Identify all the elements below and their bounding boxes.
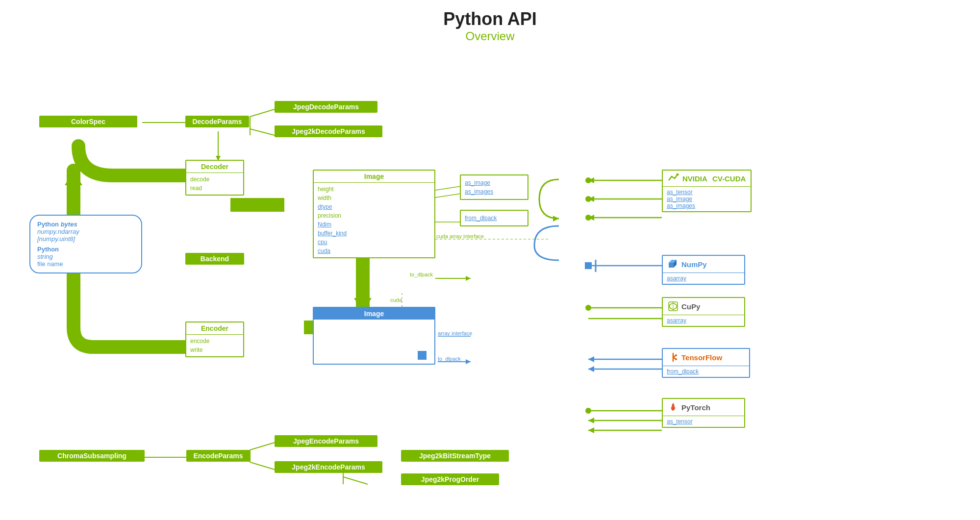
to-dlpack-blue-label: to_dlpack — [438, 356, 461, 362]
cupy-asarray[interactable]: asarray — [667, 317, 740, 324]
jpeg2kBitStreamType-box: Jpeg2kBitStreamType — [401, 450, 509, 462]
decoder-box: Decoder decode read — [185, 160, 244, 196]
as-image-link[interactable]: as_image — [465, 178, 524, 187]
image-blue-box: Image — [313, 307, 435, 365]
svg-marker-47 — [588, 418, 594, 423]
cuda-label: cuda — [390, 297, 402, 303]
nvidia-astensor[interactable]: as_tensor — [667, 189, 747, 196]
svg-line-18 — [250, 443, 275, 450]
svg-marker-41 — [588, 356, 594, 362]
svg-point-29 — [585, 215, 591, 221]
from-dlpack-link[interactable]: from_dlpack — [465, 214, 524, 223]
svg-rect-34 — [585, 262, 592, 269]
svg-point-37 — [585, 305, 591, 311]
svg-rect-55 — [669, 263, 674, 268]
encoder-method-write[interactable]: write — [190, 346, 239, 354]
svg-marker-48 — [588, 427, 594, 433]
img-cuda[interactable]: cuda — [318, 247, 430, 255]
decodeparams-box: DecodeParams — [185, 116, 249, 127]
nvidia-methods: as_tensor as_image as_images — [663, 187, 751, 211]
svg-marker-50 — [65, 171, 82, 185]
svg-point-61 — [675, 354, 677, 356]
right-connector-svg — [529, 170, 667, 277]
img-cpu[interactable]: cpu — [318, 238, 430, 247]
tf-fromdlpack[interactable]: from_dlpack — [667, 368, 745, 375]
img-precision: precision — [318, 211, 430, 220]
img-dtype[interactable]: dtype — [318, 202, 430, 211]
img-width: width — [318, 194, 430, 202]
colorspec-box: ColorSpec — [39, 116, 137, 127]
diagram-area: ColorSpec DecodeParams JpegDecodeParams … — [0, 48, 980, 520]
tensorflow-box: TensorFlow from_dlpack — [662, 348, 750, 378]
decoder-header: Decoder — [186, 161, 243, 173]
svg-line-6 — [435, 186, 461, 190]
as-image-box: as_image as_images — [460, 174, 528, 200]
svg-marker-11 — [466, 276, 471, 281]
svg-line-19 — [250, 462, 275, 470]
nvidia-asimages[interactable]: as_images — [667, 202, 747, 209]
img-ndim[interactable]: Ndim — [318, 220, 430, 229]
decoder-body: decode read — [186, 173, 243, 195]
string-label: string — [37, 253, 134, 260]
from-dlpack-body: from_dlpack — [461, 211, 528, 225]
python-string-label: Python — [37, 246, 134, 253]
page-title-area: Python API Overview — [0, 0, 980, 43]
cupy-box: CuPy asarray — [662, 297, 745, 327]
svg-line-7 — [435, 194, 461, 198]
cpu-label: cpu — [357, 297, 366, 303]
decoder-method-read[interactable]: read — [190, 184, 239, 193]
svg-point-27 — [585, 177, 591, 183]
nvidia-asimage[interactable]: as_image — [667, 196, 747, 202]
jpegEncodeparams-box: JpegEncodeParams — [275, 435, 377, 447]
pytorch-box: PyTorch as_tensor — [662, 398, 745, 428]
nvidia-brand-label: NVIDIA — [682, 174, 707, 183]
backend-box: Backend — [185, 253, 244, 265]
encodeparams-box: EncodeParams — [186, 450, 250, 462]
cupy-methods: asarray — [663, 315, 744, 326]
tensorflow-methods: from_dlpack — [663, 366, 749, 377]
jpeg2kProgOrder-box: Jpeg2kProgOrder — [401, 473, 499, 485]
pytorch-header: PyTorch — [663, 399, 744, 416]
array-interface-label: array interface — [438, 330, 472, 336]
svg-marker-63 — [553, 216, 559, 222]
python-bytes-label: Python bytes — [37, 221, 134, 228]
encoder-box: Encoder encode write — [185, 322, 244, 357]
image-green-header: Image — [314, 171, 434, 183]
numpy-uint8-label: [numpy.uint8] — [37, 235, 134, 243]
svg-line-22 — [343, 477, 368, 484]
cupy-header: CuPy — [663, 298, 744, 315]
encoder-method-encode[interactable]: encode — [190, 337, 239, 346]
encoder-body: encode write — [186, 335, 243, 356]
pytorch-astensor[interactable]: as_tensor — [667, 418, 740, 425]
blue-square-icon — [418, 351, 427, 360]
svg-marker-32 — [588, 215, 594, 221]
cupy-name-label: CuPy — [681, 302, 700, 311]
image-blue-header: Image — [314, 308, 434, 320]
image-green-box: Image height width dtype precision Ndim … — [313, 170, 435, 258]
svg-marker-42 — [588, 366, 594, 372]
svg-point-46 — [585, 408, 591, 414]
numpy-name-label: NumPy — [681, 260, 707, 269]
svg-marker-30 — [588, 177, 594, 183]
to-dlpack-green-label: to_dlpack — [410, 272, 433, 277]
from-dlpack-box: from_dlpack — [460, 210, 528, 226]
cuda-array-interface-label: cuda array interface — [436, 233, 484, 239]
cvcuda-name-label: CV-CUDA — [710, 174, 746, 183]
pytorch-methods: as_tensor — [663, 416, 744, 427]
python-input-cloud: Python bytes numpy.ndarray [numpy.uint8]… — [29, 215, 142, 273]
numpy-ndarray-label: numpy.ndarray — [37, 228, 134, 235]
jpeg2kdecodeparams-box: Jpeg2kDecodeParams — [275, 125, 382, 137]
pytorch-name-label: PyTorch — [681, 403, 710, 412]
img-buffer-kind[interactable]: buffer_kind — [318, 229, 430, 238]
as-images-link[interactable]: as_images — [465, 187, 524, 196]
decoder-method-decode[interactable]: decode — [190, 175, 239, 184]
page-subtitle: Overview — [0, 29, 980, 43]
tensorflow-icon — [668, 352, 678, 363]
page-title: Python API — [0, 9, 980, 29]
svg-line-1 — [250, 109, 275, 117]
as-image-body: as_image as_images — [461, 175, 528, 199]
numpy-asarray[interactable]: asarray — [667, 275, 740, 282]
numpy-box: NumPy asarray — [662, 255, 745, 285]
pytorch-icon — [668, 402, 678, 413]
image-blue-body — [314, 320, 434, 364]
